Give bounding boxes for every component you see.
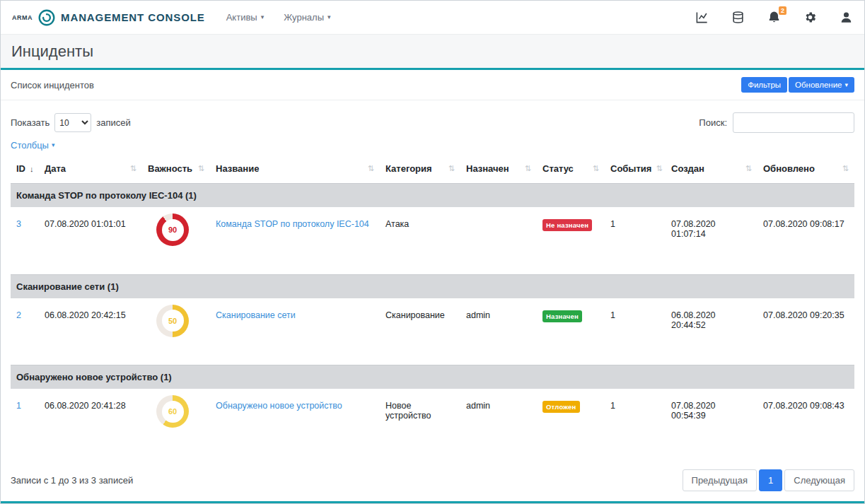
gear-icon[interactable]	[803, 11, 817, 24]
column-header-date[interactable]: Дата⇅	[39, 156, 142, 184]
severity-donut: 90	[156, 213, 189, 246]
sort-icon[interactable]: ⇅	[838, 164, 849, 173]
bell-icon[interactable]: 2	[767, 11, 781, 24]
incident-name-link[interactable]: Сканирование сети	[216, 310, 296, 320]
sort-icon[interactable]: ⇅	[741, 164, 752, 173]
card-footer: Записи с 1 до 3 из 3 записей Предыдущая …	[1, 461, 864, 501]
incident-date: 07.08.2020 01:01:01	[39, 207, 142, 274]
incident-created: 06.08.2020 20:44:52	[666, 298, 757, 365]
page-1-button[interactable]: 1	[759, 469, 782, 491]
next-page-button[interactable]: Следующая	[784, 469, 854, 491]
records-summary: Записи с 1 до 3 из 3 записей	[11, 475, 133, 486]
incident-category: Атака	[380, 207, 460, 274]
incident-updated: 07.08.2020 09:08:43	[757, 389, 854, 456]
sort-icon[interactable]: ⇅	[444, 164, 455, 173]
incident-name-link[interactable]: Обнаружено новое устройство	[216, 401, 342, 411]
sort-icon[interactable]: ⇅	[651, 164, 662, 173]
table-controls: Показать 10 записей Поиск:	[1, 100, 864, 136]
filters-button-label: Фильтры	[748, 81, 781, 89]
navbar-icons: 2	[695, 11, 853, 24]
bottom-accent-line	[1, 501, 864, 503]
incidents-table: ID↓ Дата⇅ Важность⇅ Название⇅ Категория⇅…	[11, 156, 854, 456]
incident-group-row: Сканирование сети (1)	[11, 274, 854, 298]
brand-title: MANAGEMENT CONSOLE	[61, 11, 205, 23]
incident-id-link[interactable]: 3	[16, 219, 21, 229]
brand[interactable]: ARMA MANAGEMENT CONSOLE	[12, 8, 205, 27]
columns-dropdown[interactable]: Столбцы ▾	[11, 140, 55, 151]
incident-events-count: 1	[605, 389, 666, 456]
incident-group-row: Обнаружено новое устройство (1)	[11, 365, 854, 389]
severity-donut: 50	[156, 305, 189, 337]
incident-name-link[interactable]: Команда STOP по протоколу IEC-104	[216, 219, 369, 229]
columns-dropdown-label: Столбцы	[11, 140, 49, 151]
search-label: Поиск:	[699, 117, 727, 128]
group-header-label: Команда STOP по протоколу IEC-104 (1)	[11, 184, 854, 208]
brand-logo-icon	[37, 8, 56, 27]
incident-created: 07.08.2020 01:07:14	[666, 207, 757, 274]
top-navbar: ARMA MANAGEMENT CONSOLE Активы ▾ Журналы…	[1, 1, 864, 35]
page-title-bar: Инциденты	[1, 35, 864, 70]
column-header-id[interactable]: ID↓	[11, 156, 39, 184]
brand-arma-text: ARMA	[12, 14, 33, 21]
status-badge: Отложен	[542, 401, 580, 413]
incident-row: 3 07.08.2020 01:01:01 90 Команда STOP по…	[11, 207, 854, 274]
card-header: Список инцидентов Фильтры Обновление ▾	[1, 70, 864, 100]
incident-created: 07.08.2020 00:54:39	[666, 389, 757, 456]
filters-button[interactable]: Фильтры	[741, 77, 787, 93]
menu-journals-label: Журналы	[284, 12, 324, 23]
incident-assigned: admin	[460, 298, 537, 365]
column-header-status[interactable]: Статус⇅	[537, 156, 605, 184]
column-header-assigned[interactable]: Назначен⇅	[460, 156, 537, 184]
severity-donut: 60	[156, 395, 189, 428]
column-header-name[interactable]: Название⇅	[210, 156, 380, 184]
notification-badge: 2	[779, 6, 786, 15]
search-box: Поиск:	[699, 112, 854, 133]
incident-category: Новое устройство	[380, 389, 460, 456]
search-input[interactable]	[733, 112, 854, 133]
incident-id-link[interactable]: 1	[16, 401, 21, 411]
chart-icon[interactable]	[695, 11, 709, 24]
incident-group-row: Команда STOP по протоколу IEC-104 (1)	[11, 184, 854, 208]
column-header-updated[interactable]: Обновлено⇅	[757, 156, 854, 184]
incident-row: 1 06.08.2020 20:41:28 60 Обнаружено ново…	[11, 389, 854, 456]
table-header-row: ID↓ Дата⇅ Важность⇅ Название⇅ Категория⇅…	[11, 156, 854, 184]
incident-date: 06.08.2020 20:42:15	[39, 298, 142, 365]
refresh-button[interactable]: Обновление ▾	[789, 77, 854, 93]
incident-assigned	[460, 207, 537, 274]
incident-updated: 07.08.2020 09:08:17	[757, 207, 854, 274]
incident-date: 06.08.2020 20:41:28	[39, 389, 142, 456]
caret-down-icon: ▾	[327, 14, 331, 20]
user-icon[interactable]	[840, 11, 853, 24]
incident-id-link[interactable]: 2	[16, 310, 21, 320]
show-entries-suffix: записей	[96, 117, 130, 128]
sort-icon[interactable]: ⇅	[126, 164, 137, 173]
severity-value: 90	[162, 219, 184, 241]
refresh-button-label: Обновление	[795, 81, 842, 89]
severity-value: 60	[162, 401, 184, 423]
menu-assets[interactable]: Активы ▾	[226, 12, 265, 23]
status-badge: Не назначен	[542, 219, 592, 231]
show-entries-prefix: Показать	[11, 117, 50, 128]
column-header-created[interactable]: Создан⇅	[666, 156, 757, 184]
column-header-category[interactable]: Категория⇅	[380, 156, 460, 184]
menu-journals[interactable]: Журналы ▾	[284, 12, 330, 23]
show-entries: Показать 10 записей	[11, 113, 131, 132]
database-icon[interactable]	[731, 11, 745, 24]
page-size-select[interactable]: 10	[54, 113, 91, 132]
incident-assigned: admin	[460, 389, 537, 456]
card-title: Список инцидентов	[11, 80, 94, 90]
sort-icon[interactable]: ⇅	[521, 164, 531, 173]
sort-icon[interactable]: ⇅	[194, 164, 204, 173]
sort-icon[interactable]: ⇅	[364, 164, 374, 173]
prev-page-button[interactable]: Предыдущая	[683, 469, 757, 491]
caret-down-icon: ▾	[52, 142, 55, 148]
column-header-events[interactable]: События⇅	[605, 156, 666, 184]
sort-icon[interactable]: ↓	[25, 165, 34, 173]
management-console-app: ARMA MANAGEMENT CONSOLE Активы ▾ Журналы…	[0, 0, 865, 504]
sort-icon[interactable]: ⇅	[588, 164, 599, 173]
severity-value: 50	[162, 310, 184, 332]
column-header-severity[interactable]: Важность⇅	[142, 156, 210, 184]
incident-updated: 07.08.2020 09:20:35	[757, 298, 854, 365]
menu-assets-label: Активы	[226, 12, 257, 23]
incident-events-count: 1	[605, 207, 666, 274]
